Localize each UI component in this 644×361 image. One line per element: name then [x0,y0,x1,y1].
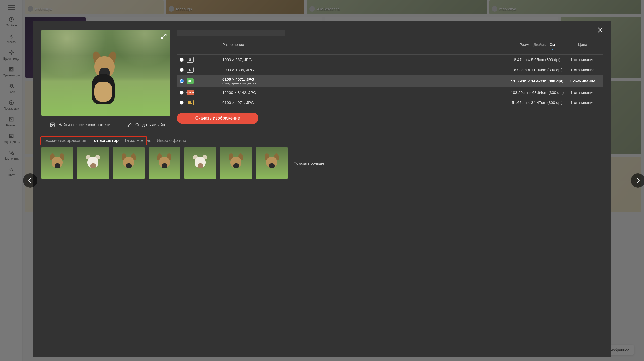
thumbnail[interactable] [41,147,73,179]
dimensions-cell: 8.47cm × 5.65cm (300 dpi) [510,57,565,62]
size-badge: EL [187,100,194,105]
close-icon [597,27,604,33]
annotation-highlight [40,136,147,145]
thumbnail[interactable] [184,147,216,179]
resolution-cell: 2000 × 1335, JPG [222,68,510,72]
thumbnail[interactable] [220,147,252,179]
price-cell: 1 скачивание [565,90,600,95]
unit-cm[interactable]: См [550,42,555,47]
create-design-button[interactable]: Создать дизайн [127,122,165,128]
size-badge: S [187,57,194,63]
svg-point-21 [51,124,52,125]
download-button[interactable]: Скачать изображение [177,113,258,124]
price-row-el[interactable]: EL6100 × 4071, JPG51.65cm × 34.47cm (300… [177,98,603,108]
separator [120,122,120,128]
col-resolution: Разрешение [222,42,510,51]
price-row-l[interactable]: L2000 × 1335, JPG16.93cm × 11.30cm (300 … [177,65,603,75]
thumbnail[interactable] [149,147,180,179]
related-tabs: Похожие изображения Тот же автор Та же м… [41,138,603,143]
show-more-button[interactable]: Показать больше [294,161,324,165]
price-cell: 1 скачивание [565,79,600,83]
dog-illustration [87,54,120,107]
resolution-cell: 6100 × 4071, JPG [222,100,510,105]
find-similar-button[interactable]: Найти похожие изображения [50,122,113,128]
prev-image-button[interactable] [23,173,37,188]
dimensions-cell: 16.93cm × 11.30cm (300 dpi) [510,68,565,72]
price-cell: 1 скачивание [565,100,600,105]
image-search-icon [50,122,55,128]
dimensions-cell: 51.65cm × 34.47cm (300 dpi) [510,100,565,105]
size-radio[interactable] [180,68,184,72]
thumbnails-row: Показать больше [41,147,603,179]
chevron-right-icon [635,177,641,184]
expand-icon [161,33,167,39]
size-badge: XL [187,78,194,84]
col-size: Размер Дюймы | См [510,42,565,51]
price-row-super[interactable]: SUPER12200 × 8142, JPG103.29cm × 68.94cm… [177,87,603,98]
dimensions-cell: 103.29cm × 68.94cm (300 dpi) [510,90,565,95]
size-radio[interactable] [180,79,184,83]
chevron-left-icon [27,177,33,184]
price-cell: 1 скачивание [565,68,600,72]
size-radio[interactable] [180,101,184,105]
unit-inches[interactable]: Дюймы [534,42,547,47]
thumbnail[interactable] [256,147,288,179]
size-radio[interactable] [180,91,184,95]
size-radio[interactable] [180,58,184,62]
tab-file-info[interactable]: Инфо о файле [157,138,186,143]
thumbnail[interactable] [77,147,109,179]
thumbnail[interactable] [113,147,145,179]
col-price: Цена [565,42,600,51]
price-row-s[interactable]: S1000 × 667, JPG8.47cm × 5.65cm (300 dpi… [177,55,603,65]
brush-icon [127,122,132,128]
resolution-cell: 6100 × 4071, JPGСтандартная лицензия [222,77,510,85]
image-detail-modal: Найти похожие изображения Создать дизайн… [33,21,611,357]
dimensions-cell: 51.65cm × 34.47cm (300 dpi) [510,79,565,83]
expand-button[interactable] [161,33,167,40]
size-badge: SUPER [187,90,194,95]
title-placeholder [177,30,285,36]
image-preview[interactable] [41,30,170,116]
price-table-header: Разрешение Размер Дюймы | См Цена [177,42,603,55]
size-badge: L [187,67,194,73]
price-cell: 1 скачивание [565,57,600,62]
resolution-cell: 1000 × 667, JPG [222,57,510,62]
next-image-button[interactable] [631,173,644,188]
resolution-cell: 12200 × 8142, JPG [222,90,510,95]
close-button[interactable] [597,27,604,34]
price-row-xl[interactable]: XL6100 × 4071, JPGСтандартная лицензия51… [177,75,603,87]
